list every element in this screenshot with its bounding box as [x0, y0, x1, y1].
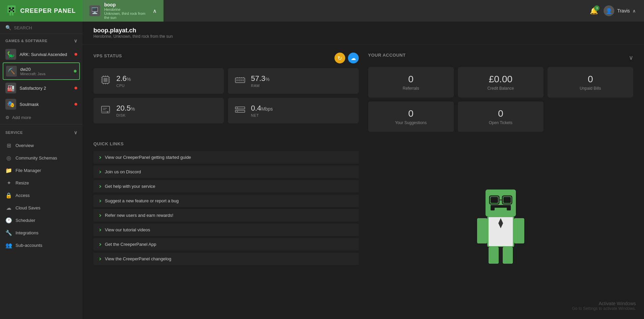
user-menu-button[interactable]: 👤 Travis ∧: [604, 5, 636, 16]
dw20-status-dot: [74, 70, 77, 72]
search-input[interactable]: [14, 25, 77, 30]
cloud-icon: ☁: [5, 205, 12, 211]
integrations-icon: 🔧: [5, 230, 12, 236]
games-section-label: GAMES & SOFTWARE: [5, 39, 48, 43]
server-pill-sub1: Herobrine: [104, 7, 149, 11]
logo-text: CREEPER PANEL: [20, 7, 76, 14]
ram-stat-info: 57.3% RAM: [251, 74, 269, 88]
sidebar-divider: [0, 124, 83, 124]
svg-rect-6: [9, 13, 11, 16]
ark-thumb: 🦕: [5, 49, 16, 60]
header-right: 🔔 3 👤 Travis ∧: [590, 5, 644, 16]
quick-link-item[interactable]: View the CreeperPanel changelog: [93, 253, 359, 265]
sidebar-item-subaccounts[interactable]: 👥 Sub-accounts: [0, 239, 83, 252]
main-body: 🔍 GAMES & SOFTWARE ∨ 🦕 ARK: Survival Asc…: [0, 22, 644, 319]
suggestions-value: 0: [375, 108, 447, 119]
server-pill-name: boop: [104, 2, 149, 7]
service-label: SERVICE: [5, 130, 23, 135]
disk-stat-card: 20.5% DISK: [93, 98, 224, 123]
svg-rect-4: [9, 10, 10, 12]
logo-icon: [5, 5, 18, 17]
quick-links-section: QUICK LINKS View our CreeperPanel gettin…: [93, 141, 359, 267]
add-more-button[interactable]: ⚙ Add more: [0, 112, 83, 123]
open-tickets-value: 0: [465, 108, 537, 119]
sidebar-item-access[interactable]: 🔒 Access: [0, 189, 83, 202]
svg-rect-42: [489, 217, 499, 246]
scheduler-label: Scheduler: [16, 218, 35, 223]
sidebar-item-overview[interactable]: ⊞ Overview: [0, 139, 83, 152]
sidebar-item-cloud-saves[interactable]: ☁ Cloud Saves: [0, 202, 83, 214]
referrals-value: 0: [375, 74, 447, 85]
unpaid-bills-label: Unpaid Bills: [554, 86, 626, 91]
sidebar-item-resize[interactable]: ✦ Resize: [0, 177, 83, 189]
community-label: Community Schemas: [16, 155, 57, 161]
cpu-stat-info: 2.6% CPU: [116, 74, 131, 88]
account-card-credit: £0.00 Credit Balance: [458, 67, 544, 97]
account-title: YOUR ACCOUNT: [368, 53, 406, 58]
quick-link-item[interactable]: Refer new users and earn rewards!: [93, 209, 359, 222]
sidebar-item-file-manager[interactable]: 📁 File Manager: [0, 164, 83, 177]
svg-point-33: [107, 111, 108, 113]
server-header-sub: Herobrine, Unknown, third rock from the …: [93, 34, 633, 39]
vps-refresh-button[interactable]: ↻: [334, 53, 345, 63]
quick-links-list: View our CreeperPanel getting started gu…: [93, 151, 359, 265]
svg-rect-23: [236, 79, 238, 81]
resize-icon: ✦: [5, 180, 12, 186]
access-icon: 🔒: [5, 192, 12, 199]
vps-header: VPS STATUS ↻ ☁: [93, 53, 359, 63]
chevron-up-icon: ∧: [153, 8, 157, 14]
account-header: YOUR ACCOUNT ∨: [368, 53, 634, 62]
add-more-label: Add more: [12, 115, 31, 120]
sidebar-item-integrations[interactable]: 🔧 Integrations: [0, 227, 83, 239]
file-manager-label: File Manager: [16, 168, 41, 173]
sidebar-game-soulmask[interactable]: 🎭 Soulmask: [0, 96, 83, 112]
sidebar-game-dw20[interactable]: ⛏️ dw20 Minecraft: Java: [3, 62, 80, 80]
svg-rect-32: [101, 111, 110, 113]
svg-rect-25: [240, 79, 242, 81]
quick-link-item[interactable]: Suggest a new feature or report a bug: [93, 195, 359, 207]
account-card-suggestions: 0 Your Suggestions: [368, 102, 454, 132]
vps-title: VPS STATUS: [93, 53, 122, 58]
server-pill-info: boop Herobrine Unknown, third rock from …: [104, 2, 149, 20]
quick-link-item[interactable]: View our CreeperPanel getting started gu…: [93, 151, 359, 164]
svg-rect-53: [503, 247, 513, 264]
sidebar-item-community-schemas[interactable]: ◎ Community Schemas: [0, 152, 83, 164]
satisfactory-name: Satisfactory 2: [20, 86, 71, 91]
sidebar-game-ark[interactable]: 🦕 ARK: Survival Ascended: [0, 46, 83, 62]
cpu-label: CPU: [116, 84, 131, 88]
top-header: CREEPER PANEL 🖥️ boop Herobrine Unknown,…: [0, 0, 644, 22]
notifications-button[interactable]: 🔔 3: [590, 7, 598, 15]
access-label: Access: [16, 193, 30, 198]
svg-rect-0: [7, 5, 16, 13]
quick-link-item[interactable]: Get help with your service: [93, 180, 359, 193]
games-section-header[interactable]: GAMES & SOFTWARE ∨: [0, 34, 83, 46]
user-chevron-icon: ∧: [633, 8, 636, 13]
suggestions-label: Your Suggestions: [375, 120, 447, 125]
top-section: VPS STATUS ↻ ☁: [93, 53, 633, 132]
satisfactory-status-dot: [75, 87, 77, 89]
ram-value: 57.3%: [251, 74, 269, 83]
user-avatar: 👤: [604, 5, 614, 16]
quick-link-item[interactable]: View our tutorial videos: [93, 224, 359, 236]
service-section-header[interactable]: SERVICE ∨: [0, 126, 83, 138]
resize-label: Resize: [16, 180, 29, 185]
search-box[interactable]: 🔍: [0, 22, 83, 34]
overview-icon: ⊞: [5, 142, 12, 149]
server-pill[interactable]: 🖥️ boop Herobrine Unknown, third rock fr…: [83, 0, 164, 22]
bottom-section: QUICK LINKS View our CreeperPanel gettin…: [93, 141, 633, 267]
sidebar: 🔍 GAMES & SOFTWARE ∨ 🦕 ARK: Survival Asc…: [0, 22, 83, 319]
vps-cloud-button[interactable]: ☁: [348, 53, 359, 63]
net-value: 0.4Mbps: [251, 104, 273, 113]
server-header: boop.playat.ch Herobrine, Unknown, third…: [83, 22, 644, 45]
cloud-saves-label: Cloud Saves: [16, 205, 40, 210]
ram-stat-card: 57.3% RAM: [228, 68, 358, 94]
svg-rect-45: [491, 197, 498, 203]
svg-rect-2: [12, 7, 14, 9]
quick-link-item[interactable]: Join us on Discord: [93, 166, 359, 178]
sidebar-item-scheduler[interactable]: 🕐 Scheduler: [0, 214, 83, 227]
account-card-referrals: 0 Referrals: [368, 67, 454, 97]
quick-link-item[interactable]: Get the CreeperPanel App: [93, 238, 359, 251]
svg-rect-51: [514, 218, 524, 243]
svg-rect-5: [13, 10, 14, 12]
sidebar-game-satisfactory[interactable]: 🏭 Satisfactory 2: [0, 80, 83, 96]
